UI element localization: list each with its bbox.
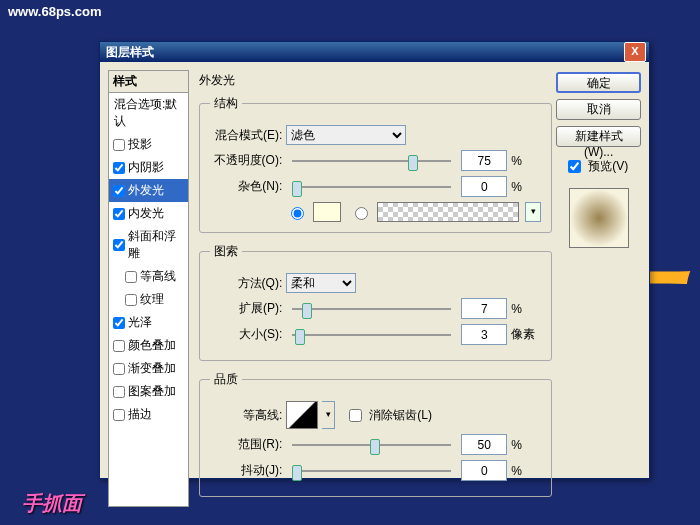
noise-unit: % [511,180,541,194]
spread-label: 扩展(P): [210,300,282,317]
style-item[interactable]: 投影 [109,133,188,156]
style-item[interactable]: 内发光 [109,202,188,225]
preview-label: 预览(V) [588,158,628,175]
preview-thumbnail [569,188,629,248]
style-item-checkbox[interactable] [113,185,125,197]
section-title: 外发光 [199,72,552,89]
style-item-checkbox[interactable] [113,239,125,251]
style-item-checkbox[interactable] [113,340,125,352]
cancel-button[interactable]: 取消 [556,99,641,120]
style-item-label: 斜面和浮雕 [128,228,184,262]
gradient-dropdown-icon[interactable]: ▾ [525,202,541,222]
structure-group: 结构 混合模式(E): 滤色 不透明度(O): % 杂色(N): % [199,95,552,233]
spread-input[interactable] [461,298,507,319]
styles-column: 样式 混合选项:默认投影内阴影外发光内发光斜面和浮雕等高线纹理光泽颜色叠加渐变叠… [108,70,189,507]
style-item-checkbox[interactable] [113,317,125,329]
opacity-unit: % [511,154,541,168]
technique-label: 方法(Q): [210,275,282,292]
quality-group: 品质 等高线: ▾ 消除锯齿(L) 范围(R): % 抖动(J): [199,371,552,497]
anti-alias-checkbox[interactable] [349,409,362,422]
buttons-column: 确定 取消 新建样式(W)... 预览(V) [556,70,641,507]
style-item-checkbox[interactable] [125,294,137,306]
style-item-label: 等高线 [140,268,176,285]
bottom-watermark: 手抓面 [22,490,82,517]
ok-button[interactable]: 确定 [556,72,641,93]
range-input[interactable] [461,434,507,455]
dialog-title: 图层样式 [106,44,624,61]
gradient-preview[interactable] [377,202,519,222]
elements-group: 图索 方法(Q): 柔和 扩展(P): % 大小(S): 像素 [199,243,552,361]
spread-slider[interactable] [292,300,451,318]
style-item[interactable]: 描边 [109,403,188,426]
style-item-checkbox[interactable] [113,386,125,398]
contour-preview[interactable] [286,401,318,429]
noise-input[interactable] [461,176,507,197]
titlebar[interactable]: 图层样式 X [100,42,649,62]
size-slider[interactable] [292,326,451,344]
jitter-label: 抖动(J): [210,462,282,479]
blend-mode-select[interactable]: 滤色 [286,125,406,145]
style-item-label: 内发光 [128,205,164,222]
blend-mode-label: 混合模式(E): [210,127,282,144]
dialog-body: 样式 混合选项:默认投影内阴影外发光内发光斜面和浮雕等高线纹理光泽颜色叠加渐变叠… [100,62,649,515]
style-item[interactable]: 外发光 [109,179,188,202]
style-item[interactable]: 斜面和浮雕 [109,225,188,265]
style-item-checkbox[interactable] [113,162,125,174]
style-item-label: 纹理 [140,291,164,308]
style-item-label: 内阴影 [128,159,164,176]
color-radio-solid[interactable] [291,207,304,220]
style-item-checkbox[interactable] [113,208,125,220]
style-item-label: 颜色叠加 [128,337,176,354]
spread-unit: % [511,302,541,316]
range-label: 范围(R): [210,436,282,453]
jitter-unit: % [511,464,541,478]
size-input[interactable] [461,324,507,345]
url-watermark: www.68ps.com [8,4,101,19]
style-item[interactable]: 内阴影 [109,156,188,179]
style-item-label: 光泽 [128,314,152,331]
style-item-label: 描边 [128,406,152,423]
jitter-slider[interactable] [292,462,451,480]
style-item-checkbox[interactable] [113,409,125,421]
settings-column: 外发光 结构 混合模式(E): 滤色 不透明度(O): % 杂色(N): [195,70,556,507]
preview-checkbox[interactable] [568,160,581,173]
range-slider[interactable] [292,436,451,454]
close-icon[interactable]: X [624,42,646,62]
style-item-label: 混合选项:默认 [114,96,184,130]
anti-alias-label: 消除锯齿(L) [369,407,432,424]
quality-legend: 品质 [210,371,242,388]
contour-dropdown-icon[interactable]: ▾ [322,401,335,429]
style-item-label: 图案叠加 [128,383,176,400]
layer-style-dialog: 图层样式 X 样式 混合选项:默认投影内阴影外发光内发光斜面和浮雕等高线纹理光泽… [99,41,650,479]
size-label: 大小(S): [210,326,282,343]
contour-label: 等高线: [210,407,282,424]
styles-list: 混合选项:默认投影内阴影外发光内发光斜面和浮雕等高线纹理光泽颜色叠加渐变叠加图案… [108,93,189,507]
style-item-checkbox[interactable] [125,271,137,283]
elements-legend: 图索 [210,243,242,260]
color-swatch[interactable] [313,202,341,222]
style-item[interactable]: 等高线 [109,265,188,288]
color-radio-gradient[interactable] [355,207,368,220]
style-item-label: 投影 [128,136,152,153]
structure-legend: 结构 [210,95,242,112]
opacity-input[interactable] [461,150,507,171]
opacity-slider[interactable] [292,152,451,170]
style-item-label: 外发光 [128,182,164,199]
style-item[interactable]: 渐变叠加 [109,357,188,380]
noise-label: 杂色(N): [210,178,282,195]
range-unit: % [511,438,541,452]
style-item[interactable]: 光泽 [109,311,188,334]
new-style-button[interactable]: 新建样式(W)... [556,126,641,147]
styles-header: 样式 [108,70,189,93]
style-item-label: 渐变叠加 [128,360,176,377]
style-item-checkbox[interactable] [113,363,125,375]
noise-slider[interactable] [292,178,451,196]
style-item-checkbox[interactable] [113,139,125,151]
style-item[interactable]: 颜色叠加 [109,334,188,357]
style-item[interactable]: 纹理 [109,288,188,311]
jitter-input[interactable] [461,460,507,481]
style-item[interactable]: 混合选项:默认 [109,93,188,133]
technique-select[interactable]: 柔和 [286,273,356,293]
style-item[interactable]: 图案叠加 [109,380,188,403]
opacity-label: 不透明度(O): [210,152,282,169]
